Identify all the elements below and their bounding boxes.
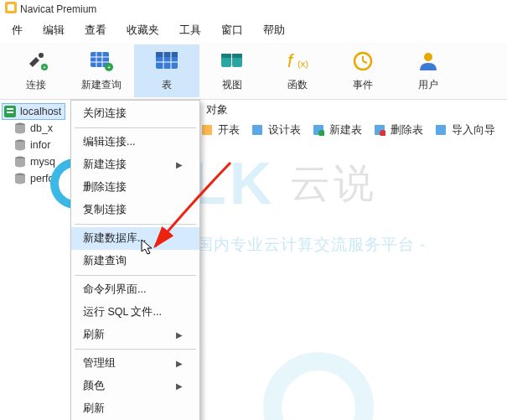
context-menu-separator [75,224,196,225]
svg-rect-1 [8,4,14,11]
context-menu-item[interactable]: 刷新 [71,397,199,420]
app-title: Navicat Premium [20,3,96,15]
context-menu-item[interactable]: 编辑连接... [71,131,199,153]
sub-import-wizard[interactable]: 导入向导 [435,123,495,137]
user-icon [415,48,442,75]
menu-help[interactable]: 帮助 [253,21,295,39]
context-menu-item[interactable]: 管理组▶ [71,352,199,375]
svg-point-27 [272,361,365,420]
context-menu-item-label: 新建连接 [83,158,127,172]
context-menu-item-label: 运行 SQL 文件... [83,305,162,319]
context-menu-item-label: 刷新 [83,328,105,342]
context-menu-item[interactable]: 新建数据库... [71,227,199,250]
title-bar: Navicat Premium [0,0,507,18]
context-menu-item-label: 编辑连接... [83,135,135,149]
import-icon [435,124,448,137]
menu-bar: 件 编辑 查看 收藏夹 工具 窗口 帮助 [0,18,507,43]
svg-rect-36 [252,125,262,135]
database-icon [13,155,27,169]
context-menu-item-label: 删除连接 [83,180,127,194]
context-menu-item[interactable]: 刷新▶ [71,324,199,346]
toolbar-connect-label: 连接 [26,78,46,92]
context-menu-separator [75,127,196,128]
context-menu-item[interactable]: 关闭连接 [71,102,199,125]
tree-root-label: localhost [20,106,61,117]
context-menu-item[interactable]: 运行 SQL 文件... [71,301,199,324]
connection-tree: localhost db_x infor mysq perfo [0,100,67,420]
svg-point-2 [39,53,44,58]
context-menu-item-label: 管理组 [83,356,116,371]
objects-toolbar: 开表 设计表 新建表 删除表 导入向导 [201,123,507,137]
context-menu-item-label: 刷新 [83,402,105,416]
context-menu-item[interactable]: 颜色▶ [71,375,199,397]
menu-view[interactable]: 查看 [75,21,116,39]
svg-text:+: + [43,65,46,70]
toolbar-event[interactable]: 事件 [330,44,396,97]
tree-db-2[interactable]: mysq [2,153,65,170]
toolbar-table[interactable]: 表 [134,44,199,97]
svg-rect-19 [221,54,231,58]
chevron-right-icon: ▶ [176,381,183,391]
context-menu-item-label: 关闭连接 [83,106,127,121]
view-icon [219,48,246,75]
tree-db-label: infor [30,139,50,151]
svg-rect-20 [232,54,242,58]
tree-db-label: db_x [30,122,53,134]
context-menu-item[interactable]: 新建查询 [71,250,199,272]
database-icon [13,138,27,152]
context-menu-item-label: 新建查询 [83,254,127,268]
menu-tools[interactable]: 工具 [169,21,211,39]
open-table-icon [201,124,215,137]
grid-plus-icon: + [88,48,115,75]
toolbar: + 连接 + 新建查询 表 视图 f(x) 函数 事件 用户 [0,43,507,100]
toolbar-new-query[interactable]: + 新建查询 [69,44,134,97]
svg-text:(x): (x) [297,59,308,69]
svg-text:f: f [287,50,295,71]
context-menu-item[interactable]: 复制连接 [71,199,199,221]
content-tab-objects[interactable]: 对象 [201,100,233,121]
context-menu-item[interactable]: 新建连接▶ [71,153,199,176]
tree-db-3[interactable]: perfo [2,170,65,187]
tree-db-1[interactable]: infor [2,137,65,153]
tree-db-label: perfo [30,173,54,184]
context-menu-item-label: 新建数据库... [83,231,146,246]
svg-rect-35 [202,125,212,135]
toolbar-new-query-label: 新建查询 [81,78,122,92]
toolbar-connect[interactable]: + 连接 [3,44,69,97]
app-logo-icon [5,2,20,16]
toolbar-function[interactable]: f(x) 函数 [265,44,330,97]
menu-file[interactable]: 件 [2,21,33,39]
table-icon [153,48,180,75]
context-menu-item[interactable]: 命令列界面... [71,278,199,301]
new-table-icon [313,124,326,137]
watermark-faint-logo [243,349,427,420]
context-menu-item-label: 颜色 [83,379,105,393]
menu-window[interactable]: 窗口 [211,21,253,39]
svg-rect-30 [7,111,13,113]
tree-db-label: mysq [30,156,55,168]
sub-new-table[interactable]: 新建表 [313,123,362,137]
menu-edit[interactable]: 编辑 [33,21,75,39]
plug-icon: + [23,48,49,75]
database-icon [13,122,27,135]
tree-root-localhost[interactable]: localhost [2,103,65,120]
sub-open-table[interactable]: 开表 [201,123,240,137]
svg-rect-13 [156,52,178,57]
chevron-right-icon: ▶ [176,330,183,340]
toolbar-user[interactable]: 用户 [396,44,461,97]
context-menu: 关闭连接编辑连接...新建连接▶删除连接复制连接新建数据库...新建查询命令列界… [70,100,200,420]
toolbar-view[interactable]: 视图 [199,44,265,97]
sub-delete-table[interactable]: 删除表 [374,123,423,137]
svg-point-26 [424,53,432,61]
toolbar-function-label: 函数 [287,78,308,92]
clock-icon [349,48,376,75]
svg-line-25 [363,61,367,63]
toolbar-view-label: 视图 [222,78,242,92]
context-menu-item[interactable]: 删除连接 [71,176,199,199]
tree-db-0[interactable]: db_x [2,120,65,137]
context-menu-item-label: 命令列界面... [83,283,146,297]
menu-favorites[interactable]: 收藏夹 [116,21,169,39]
database-icon [13,172,27,185]
sub-design-table[interactable]: 设计表 [251,123,301,137]
server-active-icon [3,105,17,118]
